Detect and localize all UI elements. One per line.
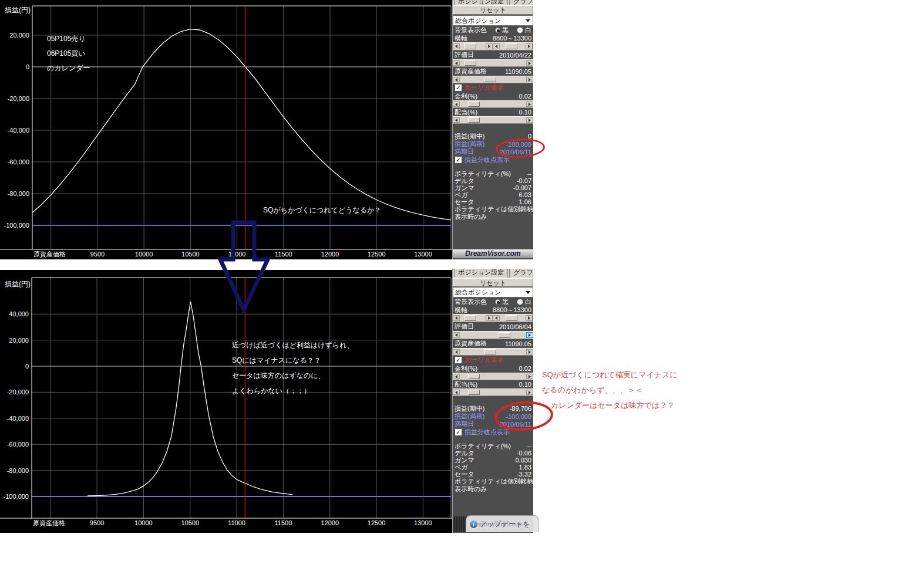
scroll-right-arrow-icon[interactable] xyxy=(526,117,533,123)
scroll-right-arrow-icon[interactable] xyxy=(526,349,533,354)
scroll-right-arrow-icon[interactable] xyxy=(526,77,533,82)
underlying-scrollbar-top[interactable] xyxy=(453,76,533,83)
tab-position-settings-top[interactable]: ポジション設定 xyxy=(454,0,508,5)
dividend-scrollbar-top[interactable] xyxy=(453,116,533,124)
breakeven-checkbox-row-label: 損益分岐点表示 xyxy=(465,428,510,437)
scroll-thumb[interactable] xyxy=(468,102,480,107)
underlying-scrollbar-bottom xyxy=(453,348,533,356)
radio-circle-icon[interactable] xyxy=(517,27,523,33)
position-select-top[interactable]: 総合ポジション xyxy=(453,15,533,26)
underlying-scrollbar-bottom[interactable] xyxy=(453,348,533,356)
scroll-left-arrow-icon[interactable] xyxy=(453,374,460,379)
scroll-right-arrow-icon[interactable] xyxy=(526,332,533,338)
radio-circle-icon[interactable] xyxy=(495,299,500,305)
radio-circle-icon[interactable] xyxy=(495,28,500,33)
scroll-thumb[interactable] xyxy=(468,117,480,123)
scroll-thumb[interactable] xyxy=(468,390,480,395)
radio-白[interactable]: 白 xyxy=(517,298,531,306)
scroll-right-arrow-icon[interactable] xyxy=(526,102,533,107)
scroll-right-arrow-icon[interactable] xyxy=(526,374,533,379)
scroll-left-arrow-icon[interactable] xyxy=(453,349,460,354)
haxis-scrollbars-2-top[interactable] xyxy=(493,42,533,50)
reset-button-top[interactable]: リセット xyxy=(453,5,533,15)
dividend-row-bottom: 配当(%)0.10 xyxy=(453,380,533,388)
expiry-row-label: 満期日 xyxy=(455,420,474,428)
radio-黒[interactable]: 黒 xyxy=(495,298,509,306)
scroll-left-arrow-icon[interactable] xyxy=(453,77,460,82)
scroll-thumb[interactable] xyxy=(499,332,510,338)
tab-graph-top[interactable]: グラフ xyxy=(509,0,533,5)
x-tick-label: 10500 xyxy=(181,519,199,526)
position-note-line3: のカレンダー xyxy=(47,63,90,73)
radio-黒[interactable]: 黒 xyxy=(495,26,509,34)
scroll-thumb[interactable] xyxy=(506,43,517,49)
dividend-scrollbar-bottom[interactable] xyxy=(453,388,533,396)
reset-button-bottom[interactable]: リセット xyxy=(453,278,533,286)
volatility-row-top: ボラティリティ(%)-- xyxy=(453,170,533,177)
y-axis-title: 損益(円) xyxy=(5,6,31,14)
scroll-thumb[interactable] xyxy=(465,43,476,49)
x-axis-title: 原資産価格 xyxy=(33,519,65,526)
haxis-row-label: 横軸 xyxy=(455,34,467,42)
position-select-bottom[interactable]: 総合ポジション xyxy=(453,287,533,298)
red-note-line1: SQが近づくにつれて確実にマイナスに xyxy=(542,370,678,380)
scroll-thumb[interactable] xyxy=(484,349,496,354)
chevron-down-icon[interactable] xyxy=(526,19,530,22)
scroll-left-arrow-icon[interactable] xyxy=(453,315,460,321)
scroll-left-arrow-icon[interactable] xyxy=(453,102,460,107)
scroll-thumb[interactable] xyxy=(468,374,480,379)
breakeven-checkbox-row-checkbox[interactable]: ✓ xyxy=(455,156,462,164)
scroll-right-arrow-icon[interactable] xyxy=(526,60,533,66)
haxis-scrollbars-2-bottom[interactable] xyxy=(493,314,533,322)
breakeven-checkbox-row-checkbox[interactable]: ✓ xyxy=(455,428,462,436)
rate-scrollbar-top[interactable] xyxy=(453,100,533,108)
x-tick-label: 13000 xyxy=(414,519,432,526)
scroll-thumb[interactable] xyxy=(465,60,476,66)
right-triangle-icon xyxy=(529,350,531,354)
scroll-right-arrow-icon[interactable] xyxy=(526,43,533,49)
scroll-thumb[interactable] xyxy=(506,315,517,321)
scroll-left-arrow-icon[interactable] xyxy=(453,332,460,338)
right-triangle-icon xyxy=(488,316,490,320)
eval-date-scrollbar-bottom[interactable] xyxy=(453,331,533,339)
right-triangle-icon xyxy=(529,103,531,106)
scroll-right-arrow-icon[interactable] xyxy=(486,43,493,49)
tab-position-settings-bottom[interactable]: ポジション設定 xyxy=(454,269,508,278)
scroll-left-arrow-icon[interactable] xyxy=(453,390,460,395)
scroll-left-arrow-icon[interactable] xyxy=(453,117,460,123)
chevron-down-icon[interactable] xyxy=(526,291,530,294)
x-tick-label: 10500 xyxy=(181,251,200,258)
scroll-left-arrow-icon[interactable] xyxy=(493,43,500,49)
x-tick-label: 12500 xyxy=(368,519,386,526)
scroll-right-arrow-icon[interactable] xyxy=(526,315,533,321)
rate-row-value: 0.02 xyxy=(519,365,531,372)
scroll-left-arrow-icon[interactable] xyxy=(493,315,500,321)
cursor-checkbox-row-checkbox[interactable]: ✓ xyxy=(455,84,462,92)
eval-date-row-value: 2010/04/22 xyxy=(499,52,531,59)
radio-白[interactable]: 白 xyxy=(517,26,531,34)
x-tick-label: 10000 xyxy=(135,251,153,258)
cursor-checkbox-row-checkbox[interactable]: ✓ xyxy=(455,356,462,364)
scroll-left-arrow-icon[interactable] xyxy=(453,60,460,66)
scroll-thumb[interactable] xyxy=(465,315,476,321)
eval-date-scrollbar-top[interactable] xyxy=(453,59,533,67)
y-tick-label: -60,000 xyxy=(8,158,29,165)
reset-button-bottom: リセット xyxy=(453,278,533,287)
position-note-line2: 06P105買い xyxy=(47,49,86,59)
haxis-scrollbars-1-bottom[interactable] xyxy=(453,314,493,322)
volatility-row-value: -- xyxy=(527,170,531,177)
scroll-right-arrow-icon[interactable] xyxy=(486,315,493,321)
info-icon: i xyxy=(470,521,477,528)
radio-circle-icon[interactable] xyxy=(517,299,523,305)
position-select-bottom: 総合ポジション xyxy=(453,287,533,298)
tab-graph-bottom[interactable]: グラフ xyxy=(509,269,533,278)
underlying-row-label: 原資産価格 xyxy=(455,339,487,348)
rate-scrollbar-bottom[interactable] xyxy=(453,373,533,380)
scroll-left-arrow-icon[interactable] xyxy=(453,43,460,49)
update-notification-popup[interactable]: DreamVisor.com i アップデートを xyxy=(466,515,538,532)
dreamvisor-bar-top: DreamVisor.com xyxy=(453,249,533,258)
rate-row-bottom: 金利(%)0.02 xyxy=(453,364,533,373)
haxis-scrollbars-1-top[interactable] xyxy=(453,42,493,50)
scroll-right-arrow-icon[interactable] xyxy=(526,390,533,395)
scroll-thumb[interactable] xyxy=(484,77,496,82)
